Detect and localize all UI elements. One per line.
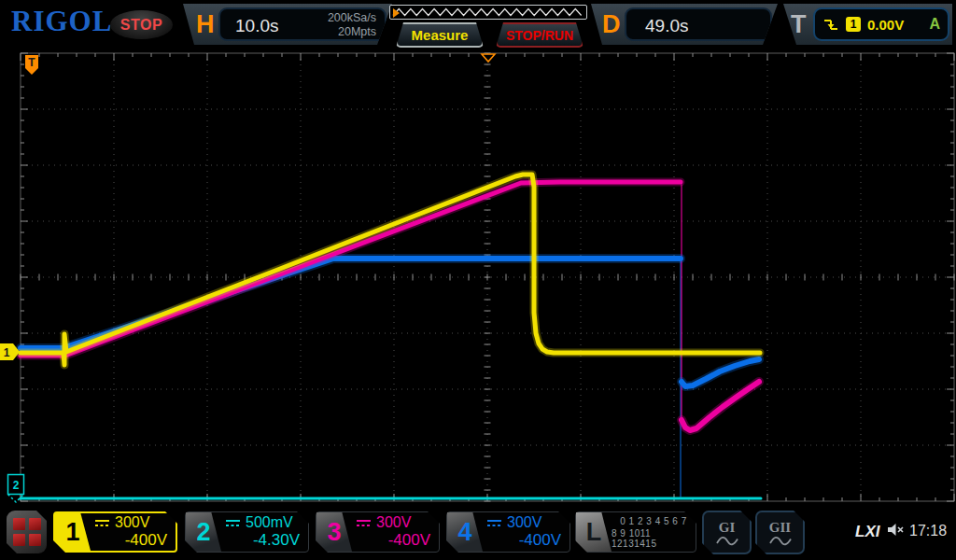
channel-4-box[interactable]: 4 300V -400V (446, 511, 570, 553)
channel-1-number: 1 (55, 513, 91, 551)
svg-text:T: T (28, 56, 35, 69)
channel-2-number: 2 (186, 512, 221, 552)
channel-1-offset: -400V (94, 531, 167, 550)
oscilloscope-screen: T12 RIGOL STOP H 10.0s 200kSa/s 20Mpts M… (0, 0, 956, 560)
stop-run-button[interactable]: STOP/RUN (496, 22, 583, 48)
run-state-badge: STOP (110, 10, 173, 39)
sample-rate: 200kSa/s (328, 11, 376, 25)
speaker-muted-icon[interactable] (887, 522, 906, 539)
delay-value: 49.0s (645, 16, 688, 36)
channel-2-scale: 500mV (246, 514, 293, 531)
channel-1-box[interactable]: 1 300V -400V (53, 511, 177, 553)
trigger-label: T (791, 10, 807, 39)
horizontal-panel[interactable]: H 10.0s 200kSa/s 20Mpts (183, 4, 392, 45)
trigger-mode: A (929, 16, 940, 33)
logic-row-1: 0 1 2 3 4 5 6 7 (620, 516, 686, 526)
ch1-main-trace-fuzz (21, 175, 760, 365)
channel-2-offset: -4.30V (225, 531, 300, 550)
channel-3-box[interactable]: 3 300V -400V (316, 511, 440, 553)
channel-4-scale: 300V (507, 514, 541, 531)
generator-2-button[interactable]: GII (755, 511, 805, 554)
svg-text:1: 1 (4, 346, 10, 359)
channel-2-box[interactable]: 2 500mV -4.30V (185, 511, 309, 553)
dc-coupling-icon (225, 519, 241, 527)
graticule (21, 53, 954, 501)
falling-edge-icon (822, 17, 839, 32)
timebase-box[interactable]: 10.0s 200kSa/s 20Mpts (218, 7, 387, 41)
lxi-badge: LXI (855, 523, 879, 541)
horizontal-label: H (196, 10, 215, 39)
waveform-overview-bar[interactable] (389, 5, 587, 20)
channel-3-number: 3 (316, 512, 352, 552)
memory-depth: 20Mpts (328, 25, 376, 39)
trigger-source-badge: 1 (846, 17, 861, 32)
ch1-main-trace (21, 175, 760, 365)
channel-4-offset: -400V (486, 531, 561, 550)
logic-channels-box[interactable]: L 0 1 2 3 4 5 6 7 8 9 1011 12131415 (575, 511, 696, 553)
channel-3-scale: 300V (376, 514, 411, 531)
top-status-bar: RIGOL STOP H 10.0s 200kSa/s 20Mpts Measu… (0, 0, 956, 49)
generator-1-label: GI (719, 520, 736, 536)
bottom-status-bar: 1 300V -400V 2 (0, 509, 956, 560)
dc-coupling-icon (356, 519, 372, 527)
trigger-panel[interactable]: T 1 0.00V A (783, 4, 952, 45)
measure-button[interactable]: Measure (396, 22, 484, 48)
delay-position-marker[interactable] (482, 54, 495, 62)
grid-menu-icon[interactable] (7, 511, 47, 553)
delay-label: D (602, 10, 621, 39)
svg-text:2: 2 (13, 479, 20, 492)
sine-wave-icon (715, 536, 739, 546)
waveform-overview-zigzag (390, 6, 586, 19)
timebase-value: 10.0s (235, 16, 278, 36)
clock: 17:18 (909, 523, 947, 539)
delay-box[interactable]: 49.0s (625, 7, 772, 41)
rigol-logo: RIGOL (11, 5, 112, 38)
logic-label: L (576, 512, 612, 552)
waveform-display: T12 (0, 0, 956, 560)
generator-2-label: GII (769, 520, 791, 536)
ch4-recovery-trace (682, 359, 759, 386)
channel-4-number: 4 (447, 512, 483, 552)
trigger-position-badge[interactable]: T (25, 55, 38, 75)
generator-1-button[interactable]: GI (702, 511, 752, 554)
trigger-level: 0.00V (867, 17, 904, 33)
trigger-box[interactable]: 1 0.00V A (813, 7, 949, 41)
dc-coupling-icon (94, 519, 110, 527)
sine-wave-icon (768, 536, 793, 546)
delay-panel[interactable]: D 49.0s (591, 4, 778, 45)
channel-1-scale: 300V (115, 514, 149, 531)
logic-row-2: 8 9 1011 12131415 (612, 528, 696, 549)
channel-3-offset: -400V (356, 531, 430, 550)
dc-coupling-icon (486, 519, 502, 527)
